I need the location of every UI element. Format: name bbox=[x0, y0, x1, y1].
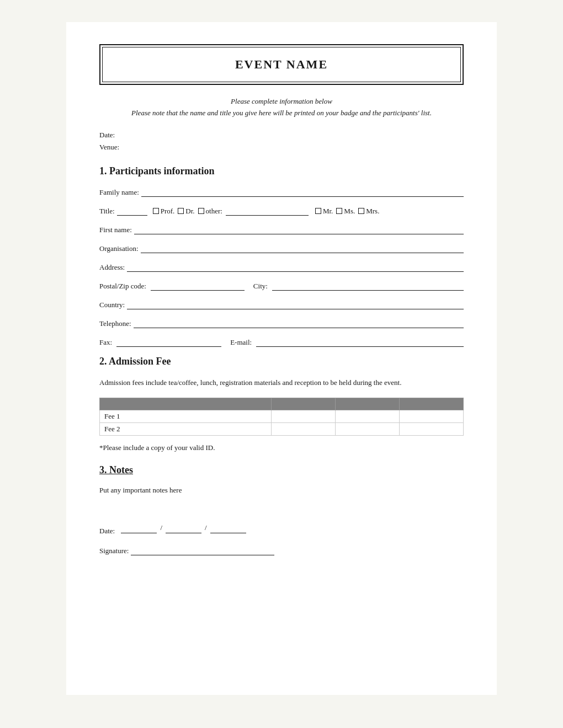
city-label: City: bbox=[253, 282, 268, 291]
fee2-col1: Fee 2 bbox=[100, 422, 272, 435]
admission-description: Admission fees include tea/coffee, lunch… bbox=[99, 377, 464, 389]
fee-col-2-header bbox=[271, 398, 335, 410]
country-field: Country: bbox=[99, 299, 464, 309]
participants-section: 1. Participants information Family name:… bbox=[99, 165, 464, 347]
organisation-label: Organisation: bbox=[99, 244, 139, 253]
other-label: other: bbox=[206, 207, 222, 216]
organisation-field: Organisation: bbox=[99, 243, 464, 253]
first-name-field: First name: bbox=[99, 224, 464, 234]
admission-section: 2. Admission Fee Admission fees include … bbox=[99, 356, 464, 452]
fee-col-1-header bbox=[100, 398, 272, 410]
prof-label: Prof. bbox=[161, 207, 175, 216]
section1-heading: 1. Participants information bbox=[99, 165, 464, 177]
fee-col-3-header bbox=[335, 398, 399, 410]
mr-checkbox-item: Mr. bbox=[315, 207, 333, 216]
family-name-field: Family name: bbox=[99, 187, 464, 197]
dr-label: Dr. bbox=[185, 207, 194, 216]
section2-heading: 2. Admission Fee bbox=[99, 356, 464, 367]
instruction-line1: Please complete information below bbox=[99, 96, 464, 108]
venue-label: Venue: bbox=[99, 141, 464, 153]
mrs-label: Mrs. bbox=[366, 207, 379, 216]
fee-col-4-header bbox=[399, 398, 463, 410]
first-name-input[interactable] bbox=[134, 224, 464, 234]
prof-checkbox-item: Prof. bbox=[153, 207, 175, 216]
title-field: Title: Prof. Dr. other: Mr. Ms. bbox=[99, 206, 464, 216]
fee-row-2: Fee 2 bbox=[100, 422, 464, 435]
other-input[interactable] bbox=[226, 206, 309, 216]
signature-label: Signature: bbox=[99, 547, 129, 555]
date-sep2: / bbox=[205, 523, 207, 533]
mr-label: Mr. bbox=[323, 207, 333, 216]
country-input[interactable] bbox=[127, 299, 464, 309]
ms-label: Ms. bbox=[344, 207, 355, 216]
date-fields: / / bbox=[121, 523, 246, 533]
dr-checkbox[interactable] bbox=[178, 208, 184, 214]
organisation-input[interactable] bbox=[141, 243, 464, 253]
city-field: City: bbox=[253, 281, 464, 291]
other-checkbox[interactable] bbox=[198, 208, 204, 214]
address-input[interactable] bbox=[127, 262, 464, 272]
address-label: Address: bbox=[99, 263, 125, 272]
signature-section: Date: / / Signature: bbox=[99, 523, 464, 555]
notes-text: Put any important notes here bbox=[99, 485, 464, 496]
family-name-label: Family name: bbox=[99, 188, 139, 197]
dr-checkbox-item: Dr. bbox=[178, 207, 194, 216]
mrs-checkbox-item: Mrs. bbox=[358, 207, 379, 216]
postal-field: Postal/Zip code: bbox=[99, 281, 245, 291]
valid-id-note: *Please include a copy of your valid ID. bbox=[99, 443, 464, 452]
fee2-col3 bbox=[335, 422, 399, 435]
date-month-input[interactable] bbox=[166, 523, 201, 533]
fax-email-row: Fax: E-mail: bbox=[99, 337, 464, 347]
form-page: EVENT NAME Please complete information b… bbox=[66, 22, 497, 695]
telephone-label: Telephone: bbox=[99, 319, 131, 328]
city-input[interactable] bbox=[272, 281, 464, 291]
date-year-input[interactable] bbox=[210, 523, 246, 533]
date-label: Date: bbox=[99, 129, 464, 141]
header-box-inner: EVENT NAME bbox=[102, 47, 461, 82]
fax-field: Fax: bbox=[99, 337, 221, 347]
fee-row-1: Fee 1 bbox=[100, 410, 464, 422]
date-day-input[interactable] bbox=[121, 523, 157, 533]
header-box: EVENT NAME bbox=[99, 44, 464, 85]
section3-heading: 3. Notes bbox=[99, 464, 464, 476]
fee1-col4 bbox=[399, 410, 463, 422]
ms-checkbox[interactable] bbox=[336, 208, 342, 214]
email-input[interactable] bbox=[256, 337, 464, 347]
event-title: EVENT NAME bbox=[235, 57, 328, 71]
ms-checkbox-item: Ms. bbox=[336, 207, 355, 216]
fee2-col2 bbox=[271, 422, 335, 435]
telephone-field: Telephone: bbox=[99, 318, 464, 328]
telephone-input[interactable] bbox=[134, 318, 464, 328]
notes-section: 3. Notes Put any important notes here bbox=[99, 464, 464, 496]
fee-table: Fee 1 Fee 2 bbox=[99, 398, 464, 436]
fee1-col2 bbox=[271, 410, 335, 422]
fee2-col4 bbox=[399, 422, 463, 435]
postal-city-row: Postal/Zip code: City: bbox=[99, 281, 464, 291]
signature-row: Signature: bbox=[99, 545, 464, 555]
postal-input[interactable] bbox=[151, 281, 245, 291]
first-name-label: First name: bbox=[99, 226, 132, 234]
fee-table-header-row bbox=[100, 398, 464, 410]
fee1-col3 bbox=[335, 410, 399, 422]
family-name-input[interactable] bbox=[141, 187, 464, 197]
date-venue-section: Date: Venue: bbox=[99, 129, 464, 153]
email-field: E-mail: bbox=[230, 337, 464, 347]
mrs-checkbox[interactable] bbox=[358, 208, 364, 214]
postal-label: Postal/Zip code: bbox=[99, 282, 146, 291]
fax-input[interactable] bbox=[116, 337, 221, 347]
fee1-col1: Fee 1 bbox=[100, 410, 272, 422]
title-input[interactable] bbox=[117, 206, 147, 216]
date-row: Date: / / bbox=[99, 523, 464, 536]
address-field: Address: bbox=[99, 262, 464, 272]
mr-checkbox[interactable] bbox=[315, 208, 321, 214]
title-label: Title: bbox=[99, 207, 115, 216]
signature-input[interactable] bbox=[131, 545, 274, 555]
instructions: Please complete information below Please… bbox=[99, 96, 464, 119]
country-label: Country: bbox=[99, 301, 125, 309]
other-checkbox-item: other: bbox=[198, 207, 222, 216]
footer-date-label: Date: bbox=[99, 527, 115, 535]
fax-label: Fax: bbox=[99, 338, 112, 347]
prof-checkbox[interactable] bbox=[153, 208, 159, 214]
date-sep1: / bbox=[160, 523, 162, 533]
instruction-line2: Please note that the name and title you … bbox=[99, 108, 464, 119]
